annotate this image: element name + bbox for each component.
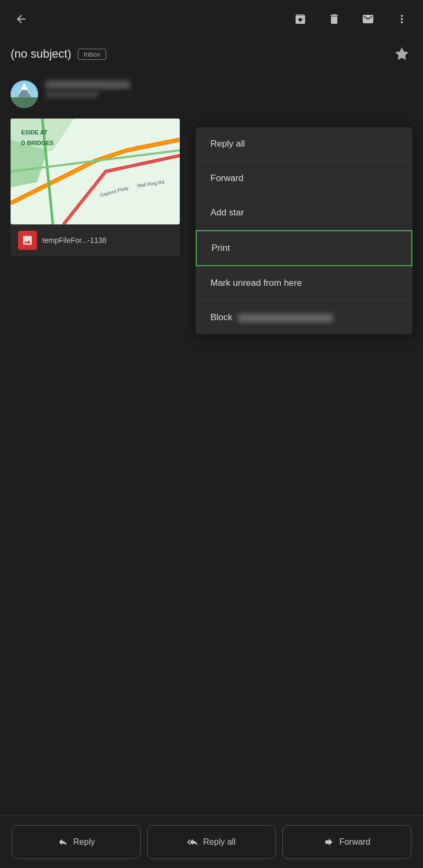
menu-item-mark-unread[interactable]: Mark unread from here [196, 266, 412, 301]
svg-text:ESIDE AT: ESIDE AT [21, 129, 48, 135]
reply-all-button[interactable]: Reply all [147, 825, 276, 859]
attachment-icon [18, 231, 37, 250]
toolbar [0, 0, 423, 38]
menu-item-print[interactable]: Print [196, 230, 412, 266]
menu-item-add-star[interactable]: Add star [196, 196, 412, 230]
bottom-bar: Reply Reply all Forward [0, 815, 423, 868]
reply-button[interactable]: Reply [12, 825, 141, 859]
back-button[interactable] [11, 8, 32, 30]
menu-item-block[interactable]: Block [196, 301, 412, 334]
menu-item-forward[interactable]: Forward [196, 161, 412, 196]
inbox-badge: Inbox [78, 49, 106, 60]
svg-rect-4 [11, 97, 38, 108]
map-image: ESIDE AT D BRIDGES Gaylord Pkwy Mall Rin… [11, 119, 180, 224]
context-menu: Reply all Forward Add star Print Mark un… [196, 127, 412, 334]
subject-title: (no subject) [11, 47, 71, 61]
forward-button[interactable]: Forward [282, 825, 411, 859]
sender-email [45, 91, 98, 97]
sender-name [45, 80, 130, 89]
toolbar-left [11, 8, 32, 30]
delete-button[interactable] [324, 8, 345, 30]
svg-text:D BRIDGES: D BRIDGES [21, 140, 53, 146]
subject-left: (no subject) Inbox [11, 47, 106, 61]
mark-button[interactable] [357, 8, 379, 30]
attachment-row[interactable]: tempFileFor...-1138 [11, 224, 180, 256]
subject-area: (no subject) Inbox [0, 38, 423, 75]
attachment-name: tempFileFor...-1138 [42, 236, 106, 245]
sender-info [45, 80, 130, 97]
avatar [11, 80, 38, 108]
toolbar-right [290, 8, 412, 30]
forward-label: Forward [339, 837, 371, 847]
reply-all-label: Reply all [203, 837, 235, 847]
star-button[interactable] [391, 43, 412, 65]
email-header [0, 75, 423, 113]
reply-label: Reply [73, 837, 95, 847]
menu-item-reply-all[interactable]: Reply all [196, 127, 412, 161]
more-options-button[interactable] [391, 8, 412, 30]
archive-button[interactable] [290, 8, 311, 30]
